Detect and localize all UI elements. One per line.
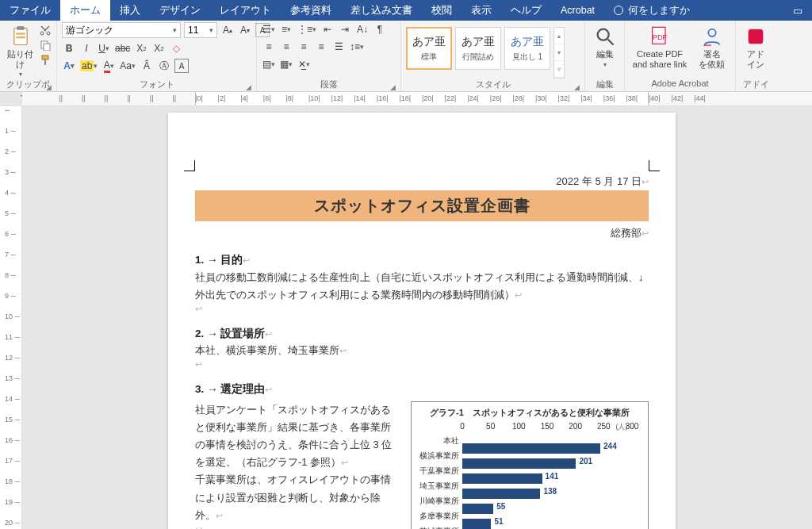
multilevel-button[interactable]: ⋮≡▾: [297, 22, 317, 36]
chart-title: グラフ-1 スポットオフィスがあると便利な事業所: [416, 407, 643, 419]
align-center-button[interactable]: ≡: [279, 40, 293, 54]
align-left-button[interactable]: ≡: [262, 40, 276, 54]
tab-file[interactable]: ファイル: [0, 0, 60, 21]
superscript-button[interactable]: X2: [151, 41, 166, 56]
clear-format-button[interactable]: ◇: [169, 41, 183, 56]
document-canvas[interactable]: 2022 年 5 月 17 日↩ スポットオフィス設置企画書 総務部↩ 1. →…: [22, 106, 812, 529]
ruler-tick: ─: [5, 106, 10, 114]
cut-button[interactable]: [39, 24, 52, 36]
group-paragraph: ☰▾ ≡▾ ⋮≡▾ ⇤ ⇥ A↓ ¶ ≡ ≡ ≡ ≡ ☰ ↕≡▾ ▤▾ ▦▾ ✕…: [257, 21, 401, 91]
chart-bar-row: 本社244: [416, 433, 643, 448]
ruler-tick: |16|: [377, 94, 389, 102]
font-color-button[interactable]: A▾: [102, 59, 116, 73]
tab-references[interactable]: 参考資料: [281, 0, 341, 21]
magnifier-icon: [594, 25, 616, 48]
group-clipboard: 貼り付け ▾ クリップボード◢: [0, 21, 57, 91]
ribbon-collapse-icon[interactable]: ▭: [783, 0, 812, 21]
font-name-combo[interactable]: 游ゴシック▾: [62, 22, 181, 38]
copy-button[interactable]: [39, 39, 52, 52]
font-size-combo[interactable]: 11▾: [184, 22, 217, 38]
create-pdf-button[interactable]: PDF Create PDF and share link: [630, 22, 690, 69]
ruler-tick: 16 ─: [5, 436, 20, 444]
style-gallery-scroll[interactable]: ▴▾▿: [553, 27, 565, 79]
bullets-button[interactable]: ☰▾: [262, 22, 276, 36]
axis-tick: 300: [626, 422, 639, 431]
tab-home[interactable]: ホーム: [60, 0, 110, 21]
tab-insert[interactable]: 挿入: [110, 0, 150, 21]
style-heading1[interactable]: あア亜見出し 1: [504, 27, 550, 70]
ruler-tick: |8|: [285, 94, 293, 102]
dec-indent-button[interactable]: ⇤: [320, 22, 335, 36]
italic-button[interactable]: I: [79, 41, 94, 56]
bulb-icon: [614, 6, 623, 15]
tab-view[interactable]: 表示: [462, 0, 501, 21]
ruler-tick: 17 ─: [5, 457, 20, 465]
axis-tick: 200: [569, 422, 582, 431]
doc-dept: 総務部↩: [195, 226, 649, 240]
asian-layout-button[interactable]: ✕̲▾: [297, 57, 311, 71]
axis-tick: 100: [512, 422, 526, 431]
axis-tick: 150: [541, 422, 554, 431]
show-marks-button[interactable]: ¶: [373, 22, 387, 36]
brush-icon: [40, 55, 51, 66]
ruler-tick: ||: [59, 94, 63, 102]
borders-button[interactable]: ▦▾: [279, 57, 293, 71]
text-effects-button[interactable]: A▾: [62, 59, 76, 73]
inc-indent-button[interactable]: ⇥: [338, 22, 352, 36]
horizontal-ruler[interactable]: |||||||||||||0||2||4||6||8||10||12||14||…: [22, 92, 812, 106]
sort-button[interactable]: A↓: [355, 22, 370, 36]
style-nospacing[interactable]: あア亜行間詰め: [455, 27, 501, 70]
char-scale-button[interactable]: Â: [140, 59, 154, 73]
ruler-tick: |10|: [308, 94, 320, 102]
style-normal[interactable]: あア亜標準: [406, 27, 452, 70]
page: 2022 年 5 月 17 日↩ スポットオフィス設置企画書 総務部↩ 1. →…: [168, 113, 676, 529]
change-case-button[interactable]: Aa▾: [119, 59, 136, 73]
ruler-tick: |20|: [422, 94, 434, 102]
svg-rect-1: [17, 26, 24, 30]
shading-button[interactable]: ▤▾: [262, 57, 276, 71]
justify-button[interactable]: ≡: [314, 40, 328, 54]
char-border-button[interactable]: A: [174, 59, 189, 73]
line-spacing-button[interactable]: ↕≡▾: [349, 40, 365, 54]
bar-label: 千葉事業所: [416, 466, 462, 477]
enclose-char-button[interactable]: Ⓐ: [157, 59, 171, 73]
sec2-body: 本社、横浜事業所、埼玉事業所↩: [195, 342, 649, 359]
ruler-tick: |0|: [195, 94, 203, 102]
ruler-tick: |34|: [580, 94, 592, 102]
ruler-tick: |30|: [535, 94, 547, 102]
align-right-button[interactable]: ≡: [297, 40, 311, 54]
ruler-tick: 14 ─: [5, 395, 20, 403]
grow-font-button[interactable]: A▴: [220, 23, 235, 37]
vertical-ruler[interactable]: ─1 ─2 ─3 ─4 ─5 ─6 ─7 ─8 ─9 ─10 ─11 ─12 ─…: [0, 106, 22, 529]
paste-button[interactable]: 貼り付け ▾: [5, 22, 36, 78]
tab-acrobat[interactable]: Acrobat: [551, 0, 604, 21]
format-painter-button[interactable]: [39, 54, 52, 67]
addin-button[interactable]: アド イン: [741, 22, 771, 69]
ruler-tick: 12 ─: [5, 354, 20, 362]
tab-review[interactable]: 校閲: [422, 0, 462, 21]
tab-help[interactable]: ヘルプ: [501, 0, 551, 21]
numbering-button[interactable]: ≡▾: [279, 22, 293, 36]
bold-button[interactable]: B: [62, 41, 76, 56]
ruler-tick: 10 ─: [5, 312, 20, 320]
ruler-tick: 7 ─: [5, 251, 16, 259]
distributed-button[interactable]: ☰: [331, 40, 346, 54]
underline-button[interactable]: U▾: [97, 41, 111, 56]
ruler-tick: 4 ─: [5, 189, 16, 197]
ruler-tick: |42|: [672, 94, 684, 102]
shrink-font-button[interactable]: A▾: [238, 23, 252, 37]
tab-layout[interactable]: レイアウト: [210, 0, 281, 21]
svg-point-4: [40, 32, 44, 35]
strike-button[interactable]: abc: [114, 41, 131, 56]
request-sign-button[interactable]: 署名 を依頼: [693, 22, 730, 69]
tell-me[interactable]: 何をしますか: [604, 0, 699, 21]
editing-button[interactable]: 編集▾: [590, 22, 619, 68]
tab-mailings[interactable]: 差し込み文書: [341, 0, 422, 21]
menu-bar: ファイル ホーム 挿入 デザイン レイアウト 参考資料 差し込み文書 校閲 表示…: [0, 0, 812, 21]
tab-design[interactable]: デザイン: [150, 0, 210, 21]
highlight-button[interactable]: ab▾: [79, 59, 98, 73]
svg-point-14: [708, 29, 715, 36]
subscript-button[interactable]: X2: [134, 41, 148, 56]
ruler-tick: ||: [172, 94, 176, 102]
svg-rect-8: [42, 56, 48, 59]
